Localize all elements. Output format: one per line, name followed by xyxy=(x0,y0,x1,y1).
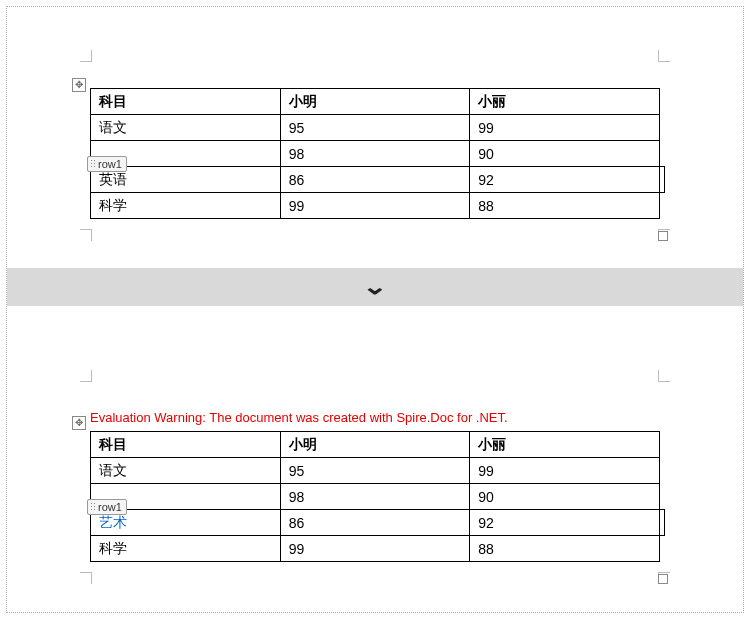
crop-mark-icon xyxy=(80,572,92,584)
cell-text: 英语 xyxy=(99,171,127,187)
cell-score1[interactable]: 98 xyxy=(280,484,470,510)
cell-score1[interactable]: 99 xyxy=(280,193,470,219)
cell-score2[interactable]: 90 xyxy=(470,484,660,510)
cell-text: 艺术 xyxy=(99,514,127,530)
cell-subject[interactable]: 科学 xyxy=(91,536,281,562)
table-row[interactable]: 语文9599 xyxy=(91,115,660,141)
crop-mark-icon xyxy=(658,370,670,382)
crop-mark-icon xyxy=(80,229,92,241)
drag-dots-icon xyxy=(90,502,96,512)
table-row[interactable]: row19890 xyxy=(91,141,660,167)
cell-score2[interactable]: 92 xyxy=(470,510,660,536)
cell-score2[interactable]: 99 xyxy=(470,115,660,141)
header-student1: 小明 xyxy=(280,432,470,458)
header-student1: 小明 xyxy=(280,89,470,115)
cell-score1[interactable]: 99 xyxy=(280,536,470,562)
header-student2: 小丽 xyxy=(470,432,660,458)
table-row[interactable]: 艺术8692 xyxy=(91,510,660,536)
table-row[interactable]: 英语8692 xyxy=(91,167,660,193)
crop-mark-icon xyxy=(658,50,670,62)
row-extended-border xyxy=(659,166,665,193)
row-tag[interactable]: row1 xyxy=(87,499,127,515)
row-tag[interactable]: row1 xyxy=(87,156,127,172)
header-subject: 科目 xyxy=(91,432,281,458)
drag-dots-icon xyxy=(90,159,96,169)
table-move-handle-icon[interactable] xyxy=(72,416,86,430)
crop-mark-icon xyxy=(80,50,92,62)
header-subject: 科目 xyxy=(91,89,281,115)
table-header-row: 科目 小明 小丽 xyxy=(91,89,660,115)
table-row[interactable]: row19890 xyxy=(91,484,660,510)
cell-text: 科学 xyxy=(99,540,127,556)
cell-text: 语文 xyxy=(99,119,127,135)
row-tag-label: row1 xyxy=(98,158,122,170)
row-tag-label: row1 xyxy=(98,501,122,513)
header-student2: 小丽 xyxy=(470,89,660,115)
table-header-row: 科目 小明 小丽 xyxy=(91,432,660,458)
chevron-down-icon: ⌄ xyxy=(362,274,387,300)
cell-score2[interactable]: 92 xyxy=(470,167,660,193)
divider-bar: ⌄ xyxy=(7,268,743,306)
row-extended-border xyxy=(659,509,665,536)
cell-score2[interactable]: 88 xyxy=(470,193,660,219)
cell-subject[interactable]: row1 xyxy=(91,484,281,510)
table-row[interactable]: 语文9599 xyxy=(91,458,660,484)
cell-score1[interactable]: 98 xyxy=(280,141,470,167)
cell-text: 语文 xyxy=(99,462,127,478)
table-resize-handle-icon[interactable] xyxy=(658,231,668,241)
crop-mark-icon xyxy=(80,370,92,382)
cell-score2[interactable]: 90 xyxy=(470,141,660,167)
scores-table-bottom: 科目 小明 小丽 语文9599row19890艺术8692科学9988 xyxy=(90,431,660,562)
cell-subject[interactable]: 语文 xyxy=(91,458,281,484)
evaluation-warning: Evaluation Warning: The document was cre… xyxy=(90,410,660,425)
table-resize-handle-icon[interactable] xyxy=(658,574,668,584)
cell-subject[interactable]: 科学 xyxy=(91,193,281,219)
scores-table-top: 科目 小明 小丽 语文9599row19890英语8692科学9988 xyxy=(90,88,660,219)
cell-subject[interactable]: row1 xyxy=(91,141,281,167)
top-document-page: 科目 小明 小丽 语文9599row19890英语8692科学9988 xyxy=(90,60,660,219)
cell-text: 科学 xyxy=(99,197,127,213)
cell-score1[interactable]: 95 xyxy=(280,458,470,484)
cell-score2[interactable]: 99 xyxy=(470,458,660,484)
cell-score2[interactable]: 88 xyxy=(470,536,660,562)
cell-score1[interactable]: 95 xyxy=(280,115,470,141)
bottom-document-page: Evaluation Warning: The document was cre… xyxy=(90,380,660,562)
table-row[interactable]: 科学9988 xyxy=(91,536,660,562)
cell-score1[interactable]: 86 xyxy=(280,510,470,536)
table-row[interactable]: 科学9988 xyxy=(91,193,660,219)
table-move-handle-icon[interactable] xyxy=(72,78,86,92)
cell-subject[interactable]: 语文 xyxy=(91,115,281,141)
cell-score1[interactable]: 86 xyxy=(280,167,470,193)
